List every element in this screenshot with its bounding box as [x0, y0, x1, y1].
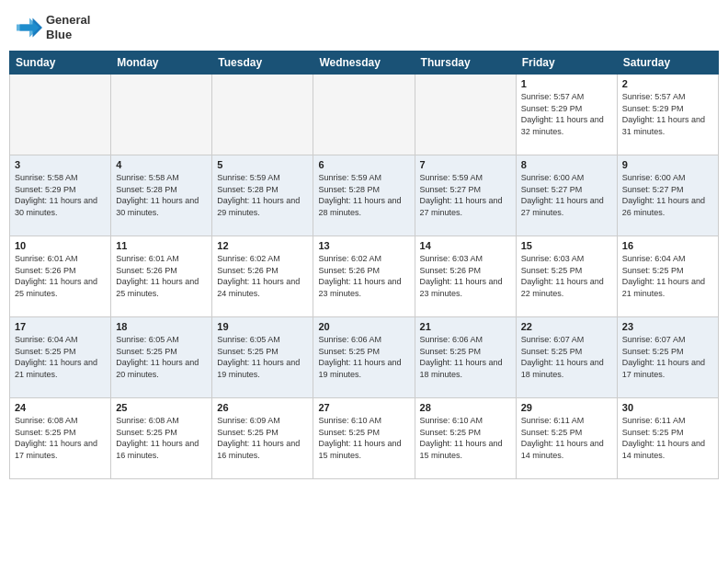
day-info: Sunrise: 5:57 AM Sunset: 5:29 PM Dayligh…	[521, 91, 612, 137]
day-cell-4: 4Sunrise: 5:58 AM Sunset: 5:28 PM Daylig…	[111, 155, 212, 236]
day-info: Sunrise: 6:04 AM Sunset: 5:25 PM Dayligh…	[15, 334, 106, 380]
day-cell-14: 14Sunrise: 6:03 AM Sunset: 5:26 PM Dayli…	[415, 236, 516, 317]
day-info: Sunrise: 6:01 AM Sunset: 5:26 PM Dayligh…	[116, 253, 207, 299]
day-info: Sunrise: 6:05 AM Sunset: 5:25 PM Dayligh…	[116, 334, 207, 380]
day-number: 22	[521, 321, 612, 332]
logo-text: General Blue	[46, 13, 90, 41]
empty-cell	[111, 75, 212, 155]
day-info: Sunrise: 6:08 AM Sunset: 5:25 PM Dayligh…	[15, 415, 106, 461]
day-info: Sunrise: 6:05 AM Sunset: 5:25 PM Dayligh…	[217, 334, 308, 380]
calendar-table: SundayMondayTuesdayWednesdayThursdayFrid…	[9, 51, 719, 479]
weekday-header-tuesday: Tuesday	[212, 52, 313, 75]
day-number: 11	[116, 240, 207, 251]
day-cell-16: 16Sunrise: 6:04 AM Sunset: 5:25 PM Dayli…	[617, 236, 718, 317]
day-info: Sunrise: 6:00 AM Sunset: 5:27 PM Dayligh…	[622, 172, 713, 218]
day-info: Sunrise: 6:11 AM Sunset: 5:25 PM Dayligh…	[521, 415, 612, 461]
day-number: 14	[420, 240, 511, 251]
day-number: 5	[217, 159, 308, 170]
day-info: Sunrise: 6:04 AM Sunset: 5:25 PM Dayligh…	[622, 253, 713, 299]
day-info: Sunrise: 6:08 AM Sunset: 5:25 PM Dayligh…	[116, 415, 207, 461]
day-cell-9: 9Sunrise: 6:00 AM Sunset: 5:27 PM Daylig…	[617, 155, 718, 236]
day-number: 18	[116, 321, 207, 332]
weekday-header-thursday: Thursday	[415, 52, 516, 75]
day-cell-28: 28Sunrise: 6:10 AM Sunset: 5:25 PM Dayli…	[415, 398, 516, 479]
day-number: 6	[318, 159, 409, 170]
day-cell-2: 2Sunrise: 5:57 AM Sunset: 5:29 PM Daylig…	[617, 75, 718, 155]
weekday-header-sunday: Sunday	[10, 52, 111, 75]
day-cell-3: 3Sunrise: 5:58 AM Sunset: 5:29 PM Daylig…	[10, 155, 111, 236]
day-cell-6: 6Sunrise: 5:59 AM Sunset: 5:28 PM Daylig…	[313, 155, 415, 236]
day-info: Sunrise: 5:57 AM Sunset: 5:29 PM Dayligh…	[622, 91, 713, 137]
day-number: 1	[521, 78, 612, 89]
day-info: Sunrise: 6:03 AM Sunset: 5:25 PM Dayligh…	[521, 253, 612, 299]
day-number: 17	[15, 321, 106, 332]
day-cell-22: 22Sunrise: 6:07 AM Sunset: 5:25 PM Dayli…	[516, 317, 617, 398]
day-cell-5: 5Sunrise: 5:59 AM Sunset: 5:28 PM Daylig…	[212, 155, 313, 236]
weekday-header-row: SundayMondayTuesdayWednesdayThursdayFrid…	[10, 52, 719, 75]
day-info: Sunrise: 6:07 AM Sunset: 5:25 PM Dayligh…	[622, 334, 713, 380]
day-cell-25: 25Sunrise: 6:08 AM Sunset: 5:25 PM Dayli…	[111, 398, 212, 479]
day-number: 25	[116, 402, 207, 413]
empty-cell	[10, 75, 111, 155]
day-info: Sunrise: 6:10 AM Sunset: 5:25 PM Dayligh…	[318, 415, 409, 461]
day-cell-27: 27Sunrise: 6:10 AM Sunset: 5:25 PM Dayli…	[313, 398, 415, 479]
day-info: Sunrise: 6:10 AM Sunset: 5:25 PM Dayligh…	[420, 415, 511, 461]
day-info: Sunrise: 6:01 AM Sunset: 5:26 PM Dayligh…	[15, 253, 106, 299]
day-cell-24: 24Sunrise: 6:08 AM Sunset: 5:25 PM Dayli…	[10, 398, 111, 479]
day-info: Sunrise: 6:02 AM Sunset: 5:26 PM Dayligh…	[217, 253, 308, 299]
day-number: 10	[15, 240, 106, 251]
day-info: Sunrise: 5:59 AM Sunset: 5:28 PM Dayligh…	[318, 172, 409, 218]
day-number: 24	[15, 402, 106, 413]
day-info: Sunrise: 6:00 AM Sunset: 5:27 PM Dayligh…	[521, 172, 612, 218]
empty-cell	[415, 75, 516, 155]
page-header: General Blue	[9, 9, 719, 45]
svg-marker-2	[17, 17, 40, 37]
day-number: 7	[420, 159, 511, 170]
day-info: Sunrise: 6:06 AM Sunset: 5:25 PM Dayligh…	[420, 334, 511, 380]
day-cell-10: 10Sunrise: 6:01 AM Sunset: 5:26 PM Dayli…	[10, 236, 111, 317]
day-info: Sunrise: 6:09 AM Sunset: 5:25 PM Dayligh…	[217, 415, 308, 461]
empty-cell	[313, 75, 415, 155]
day-info: Sunrise: 6:06 AM Sunset: 5:25 PM Dayligh…	[318, 334, 409, 380]
weekday-header-friday: Friday	[516, 52, 617, 75]
week-row-5: 24Sunrise: 6:08 AM Sunset: 5:25 PM Dayli…	[10, 398, 719, 479]
day-number: 21	[420, 321, 511, 332]
day-cell-7: 7Sunrise: 5:59 AM Sunset: 5:27 PM Daylig…	[415, 155, 516, 236]
day-cell-20: 20Sunrise: 6:06 AM Sunset: 5:25 PM Dayli…	[313, 317, 415, 398]
day-number: 28	[420, 402, 511, 413]
day-number: 16	[622, 240, 713, 251]
day-cell-11: 11Sunrise: 6:01 AM Sunset: 5:26 PM Dayli…	[111, 236, 212, 317]
week-row-3: 10Sunrise: 6:01 AM Sunset: 5:26 PM Dayli…	[10, 236, 719, 317]
day-number: 26	[217, 402, 308, 413]
day-info: Sunrise: 5:59 AM Sunset: 5:27 PM Dayligh…	[420, 172, 511, 218]
day-number: 12	[217, 240, 308, 251]
week-row-1: 1Sunrise: 5:57 AM Sunset: 5:29 PM Daylig…	[10, 75, 719, 155]
weekday-header-monday: Monday	[111, 52, 212, 75]
day-number: 23	[622, 321, 713, 332]
logo: General Blue	[17, 13, 90, 41]
day-cell-23: 23Sunrise: 6:07 AM Sunset: 5:25 PM Dayli…	[617, 317, 718, 398]
weekday-header-wednesday: Wednesday	[313, 52, 415, 75]
day-number: 13	[318, 240, 409, 251]
empty-cell	[212, 75, 313, 155]
day-info: Sunrise: 5:58 AM Sunset: 5:28 PM Dayligh…	[116, 172, 207, 218]
day-cell-12: 12Sunrise: 6:02 AM Sunset: 5:26 PM Dayli…	[212, 236, 313, 317]
day-number: 8	[521, 159, 612, 170]
day-cell-19: 19Sunrise: 6:05 AM Sunset: 5:25 PM Dayli…	[212, 317, 313, 398]
day-cell-8: 8Sunrise: 6:00 AM Sunset: 5:27 PM Daylig…	[516, 155, 617, 236]
day-info: Sunrise: 6:02 AM Sunset: 5:26 PM Dayligh…	[318, 253, 409, 299]
day-number: 29	[521, 402, 612, 413]
day-info: Sunrise: 6:11 AM Sunset: 5:25 PM Dayligh…	[622, 415, 713, 461]
day-info: Sunrise: 5:59 AM Sunset: 5:28 PM Dayligh…	[217, 172, 308, 218]
week-row-4: 17Sunrise: 6:04 AM Sunset: 5:25 PM Dayli…	[10, 317, 719, 398]
day-number: 9	[622, 159, 713, 170]
day-cell-18: 18Sunrise: 6:05 AM Sunset: 5:25 PM Dayli…	[111, 317, 212, 398]
day-cell-26: 26Sunrise: 6:09 AM Sunset: 5:25 PM Dayli…	[212, 398, 313, 479]
weekday-header-saturday: Saturday	[617, 52, 718, 75]
day-number: 4	[116, 159, 207, 170]
day-cell-1: 1Sunrise: 5:57 AM Sunset: 5:29 PM Daylig…	[516, 75, 617, 155]
day-number: 19	[217, 321, 308, 332]
day-number: 2	[622, 78, 713, 89]
day-cell-21: 21Sunrise: 6:06 AM Sunset: 5:25 PM Dayli…	[415, 317, 516, 398]
day-info: Sunrise: 6:07 AM Sunset: 5:25 PM Dayligh…	[521, 334, 612, 380]
